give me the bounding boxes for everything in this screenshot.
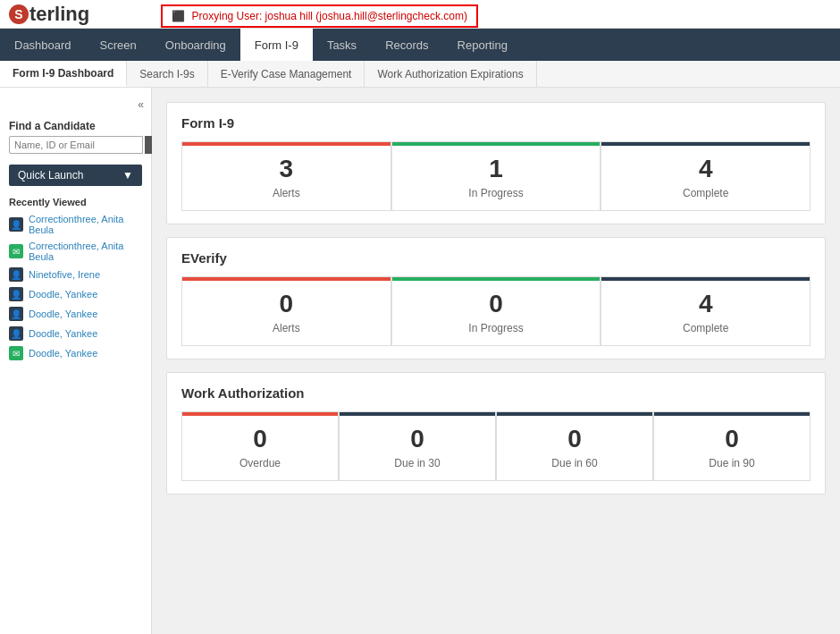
work-auth-due60-label: Due in 60 [506,457,643,469]
everify-section: EVerify 0 Alerts 0 In Progress 4 Complet… [166,237,826,359]
main-nav: Dashboard Screen Onboarding Form I-9 Tas… [0,29,840,61]
search-row: 🔍 [9,136,142,154]
proxy-text: Proxying User: joshua hill (joshua.hill@… [192,10,467,22]
recent-item-name: Doodle, Yankee [29,328,97,339]
avatar: ✉ [9,244,23,258]
form-i9-inprogress-card[interactable]: 1 In Progress [391,141,601,211]
find-candidate-section: Find a Candidate 🔍 [0,114,151,159]
layout: « Find a Candidate 🔍 Quick Launch ▼ Rece… [0,88,840,634]
recent-item-name: Correctionthree, Anita Beula [29,241,142,262]
work-auth-metrics: 0 Overdue 0 Due in 30 0 Due in 60 0 Due … [181,411,811,481]
nav-reporting[interactable]: Reporting [443,29,522,61]
work-auth-due30-value: 0 [349,425,486,453]
work-auth-due30-label: Due in 30 [349,457,486,469]
form-i9-complete-card[interactable]: 4 Complete [601,141,811,211]
avatar: ✉ [9,346,23,360]
list-item[interactable]: 👤 Doodle, Yankee [0,324,151,343]
list-item[interactable]: 👤 Doodle, Yankee [0,284,151,304]
recent-item-name: Correctionthree, Anita Beula [29,214,142,235]
work-auth-due30-card[interactable]: 0 Due in 30 [339,411,496,481]
quick-launch-arrow: ▼ [122,169,133,182]
work-auth-overdue-value: 0 [191,425,329,453]
subnav-everify-case-mgmt[interactable]: E-Verify Case Management [208,61,365,87]
header-top: S terling ⬛ Proxying User: joshua hill (… [0,0,840,29]
list-item[interactable]: 👤 Ninetofive, Irene [0,265,151,284]
everify-inprogress-card[interactable]: 0 In Progress [391,276,601,346]
sidebar-collapse-btn[interactable]: « [0,95,151,114]
collapse-icon: « [138,98,144,111]
avatar: 👤 [9,326,23,341]
nav-screen[interactable]: Screen [86,29,151,61]
sidebar: « Find a Candidate 🔍 Quick Launch ▼ Rece… [0,88,152,634]
avatar: 👤 [9,217,23,232]
recently-viewed-heading: Recently Viewed [0,191,151,211]
recent-item-name: Ninetofive, Irene [29,269,100,280]
recent-item-name: Doodle, Yankee [29,348,97,359]
proxy-banner: ⬛ Proxying User: joshua hill (joshua.hil… [161,4,478,28]
everify-complete-label: Complete [610,322,801,334]
everify-complete-card[interactable]: 4 Complete [601,276,811,346]
everify-alerts-label: Alerts [191,322,382,334]
subnav-work-auth-expirations[interactable]: Work Authorization Expirations [365,61,536,87]
quick-launch-button[interactable]: Quick Launch ▼ [9,165,142,186]
work-auth-due60-value: 0 [506,425,643,453]
form-i9-title: Form I-9 [181,115,811,131]
everify-inprogress-label: In Progress [401,322,592,334]
work-auth-due90-label: Due in 90 [663,457,801,469]
form-i9-inprogress-label: In Progress [401,187,592,199]
work-auth-title: Work Authorization [181,385,811,401]
nav-records[interactable]: Records [371,29,442,61]
form-i9-alerts-value: 3 [191,155,382,183]
work-auth-overdue-label: Overdue [191,457,329,469]
everify-alerts-card[interactable]: 0 Alerts [181,276,391,346]
everify-inprogress-value: 0 [401,290,592,318]
everify-alerts-value: 0 [191,290,382,318]
work-auth-overdue-card[interactable]: 0 Overdue [181,411,339,481]
proxy-icon: ⬛ [172,10,185,22]
quick-launch-label: Quick Launch [18,169,83,182]
recent-item-name: Doodle, Yankee [29,289,97,300]
nav-dashboard[interactable]: Dashboard [0,29,86,61]
form-i9-section: Form I-9 3 Alerts 1 In Progress 4 Comple… [166,102,826,224]
everify-complete-value: 4 [610,290,801,318]
work-auth-due90-value: 0 [663,425,801,453]
work-auth-due60-card[interactable]: 0 Due in 60 [496,411,653,481]
avatar: 👤 [9,287,23,301]
list-item[interactable]: 👤 Correctionthree, Anita Beula [0,211,151,238]
everify-title: EVerify [181,250,811,266]
form-i9-alerts-card[interactable]: 3 Alerts [181,141,391,211]
avatar: 👤 [9,267,23,282]
subnav-search-i9s[interactable]: Search I-9s [127,61,207,87]
form-i9-inprogress-value: 1 [401,155,592,183]
form-i9-complete-value: 4 [610,155,801,183]
find-candidate-label: Find a Candidate [9,120,142,132]
form-i9-metrics: 3 Alerts 1 In Progress 4 Complete [181,141,811,211]
list-item[interactable]: 👤 Doodle, Yankee [0,304,151,324]
form-i9-complete-label: Complete [610,187,801,199]
work-auth-section: Work Authorization 0 Overdue 0 Due in 30… [166,372,826,495]
sub-nav: Form I-9 Dashboard Search I-9s E-Verify … [0,61,840,88]
search-input[interactable] [9,136,143,154]
nav-form-i9[interactable]: Form I-9 [240,29,313,61]
recent-item-name: Doodle, Yankee [29,309,97,319]
avatar: 👤 [9,307,23,321]
logo: S terling [9,3,89,26]
list-item[interactable]: ✉ Doodle, Yankee [0,343,151,363]
list-item[interactable]: ✉ Correctionthree, Anita Beula [0,238,151,265]
subnav-form-i9-dashboard[interactable]: Form I-9 Dashboard [0,61,127,87]
nav-onboarding[interactable]: Onboarding [151,29,240,61]
logo-s: S [9,4,29,24]
work-auth-due90-card[interactable]: 0 Due in 90 [653,411,811,481]
everify-metrics: 0 Alerts 0 In Progress 4 Complete [181,276,811,346]
form-i9-alerts-label: Alerts [191,187,382,199]
nav-tasks[interactable]: Tasks [313,29,371,61]
logo-text: terling [29,3,89,26]
main-content: Form I-9 3 Alerts 1 In Progress 4 Comple… [152,88,840,634]
